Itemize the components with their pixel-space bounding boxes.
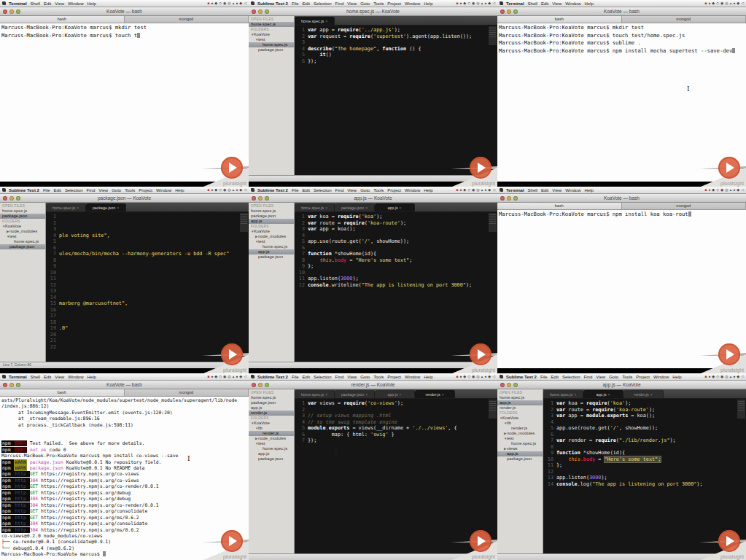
menu-item-file[interactable]: File — [540, 375, 548, 379]
status-icon[interactable]: ◇ — [219, 188, 222, 192]
menu-item-edit[interactable]: Edit — [303, 375, 310, 379]
status-icon[interactable]: ▴ — [730, 375, 732, 378]
tree-item-node_modules[interactable]: ▶node_modules — [249, 436, 294, 441]
status-icon[interactable]: ◆ — [712, 375, 715, 378]
menu-item-help[interactable]: Help — [424, 1, 432, 6]
apple-menu-icon[interactable] — [251, 375, 255, 378]
menu-item-view[interactable]: View — [347, 188, 357, 192]
code-area[interactable]: 1var koa = require('koa');2var route = r… — [295, 212, 497, 362]
code-area[interactable]: 1var koa = require('koa');2var route = r… — [543, 399, 746, 553]
status-icon[interactable]: ◎ — [228, 1, 230, 5]
play-button-icon[interactable] — [221, 343, 243, 365]
menu-item-help[interactable]: Help — [88, 375, 96, 379]
tab-close-icon[interactable]: × — [400, 392, 402, 397]
status-icon[interactable]: ◉ — [472, 1, 475, 5]
terminal-tab-bash[interactable]: bash — [0, 389, 125, 396]
menu-item-window[interactable]: Window — [68, 1, 83, 6]
play-button-icon[interactable] — [470, 530, 491, 552]
open-file-home.spec.js[interactable]: home.spec.js — [497, 395, 543, 400]
open-file-render.js[interactable]: render.js — [249, 411, 294, 416]
play-button-icon[interactable] — [718, 530, 740, 552]
tab-home.spec.js[interactable]: home.spec.js× — [46, 203, 86, 211]
menu-item-view[interactable]: View — [55, 1, 64, 6]
tree-item-KoaVote[interactable]: ▼KoaVote — [497, 416, 543, 421]
apple-menu-icon[interactable] — [2, 375, 6, 378]
menu-item-edit[interactable]: Edit — [541, 188, 548, 192]
status-icon[interactable]: ■ — [207, 375, 209, 378]
tab-close-icon[interactable]: × — [325, 206, 327, 210]
tree-item-test[interactable]: ▼test — [497, 436, 543, 441]
menu-item-help[interactable]: Help — [585, 188, 594, 192]
apple-menu-icon[interactable] — [500, 188, 503, 192]
status-icon[interactable]: ◁ — [244, 1, 246, 5]
apple-menu-icon[interactable] — [2, 1, 6, 5]
tab-render.js[interactable]: render.js× — [415, 390, 455, 398]
menu-item-window[interactable]: Window — [405, 188, 420, 192]
status-icon[interactable]: ◆ — [214, 188, 217, 192]
menu-item-edit[interactable]: Edit — [44, 375, 51, 379]
open-file-app.js[interactable]: app.js — [249, 405, 294, 411]
menu-item-find[interactable]: Find — [87, 188, 96, 192]
menu-item-tools[interactable]: Tools — [125, 188, 135, 192]
tree-item-package.json[interactable]: package.json — [249, 456, 294, 462]
tab-close-icon[interactable]: × — [365, 392, 368, 397]
tab-app.js[interactable]: app.js× — [375, 390, 415, 398]
status-icon[interactable]: ◉ — [472, 375, 475, 378]
menu-item-edit[interactable]: Edit — [303, 188, 310, 192]
apple-menu-icon[interactable] — [251, 188, 255, 192]
tree-item-app.js[interactable]: app.js — [249, 249, 294, 254]
play-button-icon[interactable] — [718, 343, 740, 365]
menu-item-view[interactable]: View — [98, 188, 108, 192]
menu-item-file[interactable]: File — [292, 1, 299, 6]
code-area[interactable]: 1234ple voting site",567ules/mocha/bin/m… — [46, 212, 249, 362]
tree-item-app.js[interactable]: app.js — [497, 451, 543, 456]
status-icon[interactable]: ◇ — [467, 375, 470, 378]
terminal-tab-bash[interactable]: bash — [497, 203, 622, 209]
status-icon[interactable]: ● — [211, 375, 213, 378]
tab-close-icon[interactable]: × — [608, 392, 610, 397]
open-file-package.json[interactable]: package.json — [249, 400, 294, 405]
menu-item-help[interactable]: Help — [424, 188, 432, 192]
menu-item-sublime-text-2[interactable]: Sublime Text 2 — [506, 375, 537, 379]
tab-home.spec.js[interactable]: home.spec.js× — [295, 203, 335, 211]
terminal-tab-mongod[interactable]: mongod — [125, 389, 249, 396]
status-icon[interactable]: ◉ — [223, 188, 226, 192]
status-icon[interactable]: ● — [484, 188, 486, 192]
menu-item-project[interactable]: Project — [636, 375, 650, 379]
status-icon[interactable]: ◎ — [228, 375, 230, 378]
menu-item-window[interactable]: Window — [653, 375, 669, 379]
menu-item-sublime-text-2[interactable]: Sublime Text 2 — [257, 1, 288, 6]
menu-item-goto[interactable]: Goto — [112, 188, 121, 192]
terminal-tab-mongod[interactable]: mongod — [622, 203, 746, 209]
menu-item-find[interactable]: Find — [335, 375, 344, 379]
status-icon[interactable]: ▴ — [233, 188, 235, 192]
status-icon[interactable]: ▴ — [481, 1, 483, 5]
terminal-content[interactable]: Marcuss-MacBook-Pro:KoaVote marcus$ mkdi… — [497, 23, 746, 182]
status-icon[interactable]: ● — [236, 375, 238, 378]
tab-render.js[interactable]: render.js× — [623, 390, 664, 398]
tree-item-app.js[interactable]: app.js — [249, 451, 294, 456]
status-icon[interactable]: ◉ — [223, 1, 226, 5]
tree-item-home.spec.js[interactable]: home.spec.js — [497, 441, 543, 446]
tree-item-KoaVote[interactable]: ▼KoaVote — [249, 32, 294, 37]
menu-item-terminal[interactable]: Terminal — [506, 188, 524, 192]
status-icon[interactable]: ■ — [456, 188, 458, 192]
menu-item-shell[interactable]: Shell — [31, 375, 40, 379]
terminal-content[interactable]: Marcuss-MacBook-Pro:KoaVote marcus$ npm … — [497, 210, 746, 368]
status-icon[interactable]: ● — [733, 188, 735, 192]
menu-item-edit[interactable]: Edit — [551, 375, 559, 379]
status-icon[interactable]: ▴ — [233, 1, 235, 5]
status-icon[interactable]: ◇ — [467, 188, 470, 192]
status-icon[interactable]: ▴ — [481, 188, 483, 192]
menu-item-window[interactable]: Window — [565, 1, 580, 6]
status-icon[interactable]: ● — [211, 1, 213, 5]
menu-item-view[interactable]: View — [347, 375, 357, 379]
tree-item-lib[interactable]: ▼lib — [497, 421, 543, 426]
menu-item-sublime-text-2[interactable]: Sublime Text 2 — [9, 188, 39, 192]
status-icon[interactable]: ● — [708, 1, 710, 5]
menu-item-edit[interactable]: Edit — [303, 1, 310, 6]
status-icon[interactable]: ◎ — [725, 188, 728, 192]
tab-close-icon[interactable]: × — [574, 392, 576, 397]
tree-item-home.spec.js[interactable]: home.spec.js — [249, 244, 294, 249]
menu-item-window[interactable]: Window — [565, 188, 580, 192]
